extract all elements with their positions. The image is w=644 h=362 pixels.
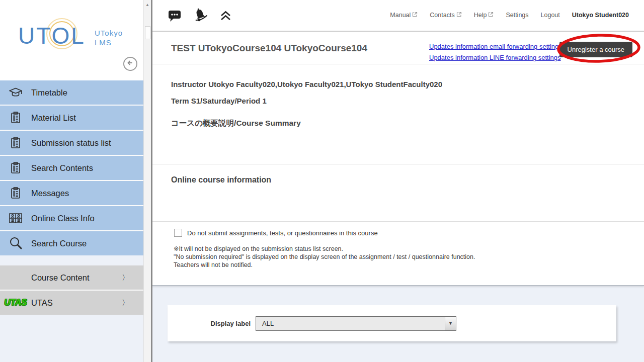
arrow-left-icon [126,59,134,69]
chevron-right-icon: 〉 [122,273,129,283]
sidebar-secondary-menu: Course Content 〉 UTAS UTAS 〉 [0,265,143,315]
contacts-link[interactable]: Contacts [430,12,461,19]
logo-subtitle: UTokyo LMS [95,28,123,47]
graduation-cap-icon [0,86,31,99]
online-course-section: Online course information [152,164,644,222]
online-course-heading: Online course information [171,175,644,185]
select-value: ALL [262,320,274,327]
optout-checkbox-row: Do not submit assignments, tests, or que… [174,229,644,237]
sidebar: UTOL UTokyo LMS Timetable [0,0,143,362]
sidebar-item-label: Submission status list [31,138,111,148]
sidebar-scrollbar[interactable]: ▲ [143,0,151,362]
note-line: ※It will not be displayed on the submiss… [174,245,644,253]
course-info-section: Instructor Utokyo Faculty020,Utokyo Facu… [152,64,644,164]
term-line: Term S1/Saturday/Period 1 [171,96,644,106]
clipboard-icon [0,161,31,175]
course-panel: TEST UTokyoCourse104 UTokyoCourse104 Upd… [152,32,644,286]
sidebar-item-label: Timetable [31,88,67,98]
update-settings-links: Updates information email forwarding set… [429,43,562,61]
header-icon-group [168,7,231,24]
external-link-icon [488,12,494,19]
sidebar-item-label: Messages [31,189,69,198]
clipboard-icon [0,186,31,200]
scrollbar-thumb[interactable] [145,26,150,39]
sidebar-menu: Timetable Material List Submission sta [0,80,143,255]
sidebar-collapse-button[interactable] [123,57,137,71]
unregister-course-button[interactable]: Unregister a course [559,42,632,57]
manual-link[interactable]: Manual [390,12,418,19]
clipboard-icon [0,136,31,150]
magnifier-icon [0,236,31,251]
help-link[interactable]: Help [474,12,494,19]
sidebar-item-label: UTAS [31,298,53,308]
email-forwarding-settings-link[interactable]: Updates information email forwarding set… [429,43,562,50]
bell-icon[interactable] [192,7,209,24]
line-forwarding-settings-link[interactable]: Updates information LINE forwarding sett… [429,54,562,61]
checkbox-label: Do not submit assignments, tests, or que… [187,229,378,237]
sidebar-item-timetable[interactable]: Timetable [0,80,143,105]
display-label-select[interactable]: ALL ▼ [256,316,456,331]
optout-notes: ※It will not be displayed on the submiss… [174,245,644,269]
header-links: Manual Contacts Help Settings Logout Uto… [390,12,629,19]
course-summary-heading: コースの概要説明/Course Summary [171,118,644,128]
sidebar-item-label: Material List [31,113,76,123]
settings-link[interactable]: Settings [506,12,528,19]
sidebar-item-label: Online Class Info [31,214,95,223]
top-header: Manual Contacts Help Settings Logout Uto… [152,0,644,32]
sidebar-item-label: Course Content [31,273,90,283]
chevron-down-icon: ▼ [448,321,453,326]
select-dropdown-button[interactable]: ▼ [445,317,456,330]
display-label-card: Display label ALL ▼ [168,305,616,341]
page-title: TEST UTokyoCourse104 UTokyoCourse104 [171,32,367,64]
course-title-row: TEST UTokyoCourse104 UTokyoCourse104 Upd… [152,32,644,64]
note-line: "No submission required" is displayed on… [174,253,644,261]
user-name: Utokyo Student020 [572,12,629,19]
sidebar-item-search-course[interactable]: Search Course [0,231,143,255]
sidebar-item-label: Search Course [31,239,87,248]
utol-logo: UTOL [18,22,86,49]
people-grid-icon [0,212,31,225]
scrollbar-up-arrow-icon[interactable]: ▲ [144,3,151,7]
utas-logo: UTAS [0,298,31,308]
clipboard-icon [0,111,31,125]
sidebar-item-search-contents[interactable]: Search Contents [0,156,143,180]
sidebar-item-material-list[interactable]: Material List [0,106,143,130]
sidebar-item-course-content[interactable]: Course Content 〉 [0,265,143,290]
external-link-icon [412,12,418,19]
sidebar-item-messages[interactable]: Messages [0,181,143,205]
do-not-submit-checkbox[interactable] [174,229,182,237]
external-link-icon [456,12,462,19]
chat-bubble-icon[interactable] [168,9,181,22]
sidebar-item-online-class-info[interactable]: Online Class Info [0,206,143,230]
sidebar-item-submission-status-list[interactable]: Submission status list [0,131,143,155]
sidebar-item-utas[interactable]: UTAS UTAS 〉 [0,291,143,315]
collapse-up-icon[interactable] [220,10,231,21]
logo-area: UTOL UTokyo LMS [0,0,143,80]
instructor-line: Instructor Utokyo Faculty020,Utokyo Facu… [171,79,644,89]
note-line: Teachers will not be notified. [174,261,644,269]
chevron-right-icon: 〉 [122,298,129,308]
main-area: Manual Contacts Help Settings Logout Uto… [152,0,644,362]
sidebar-item-label: Search Contents [31,163,93,173]
logout-link[interactable]: Logout [541,12,560,19]
display-label-text: Display label [183,320,251,327]
submission-optout-section: Do not submit assignments, tests, or que… [152,222,644,269]
